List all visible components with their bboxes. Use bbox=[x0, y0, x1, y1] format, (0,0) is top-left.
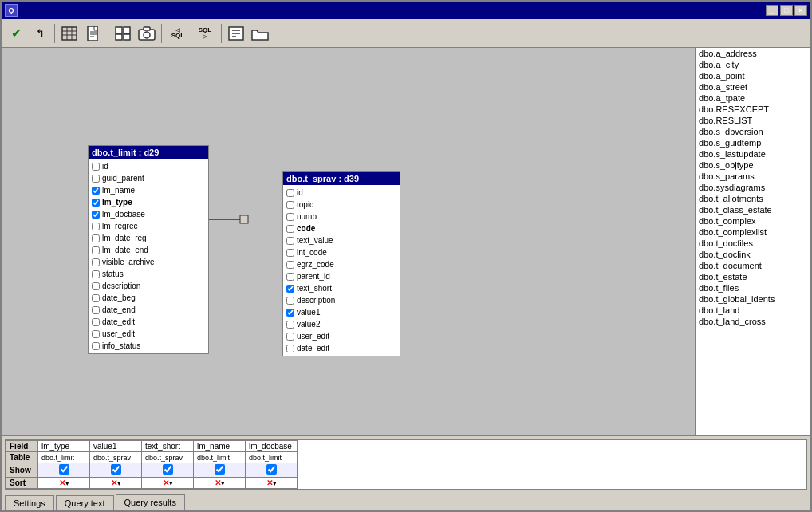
grid-cell-show[interactable] bbox=[142, 463, 194, 478]
svg-rect-9 bbox=[116, 27, 122, 33]
right-panel-item[interactable]: dbo.t_land bbox=[696, 305, 810, 316]
window-controls: _ □ × bbox=[766, 5, 807, 16]
table-row: description bbox=[283, 294, 400, 306]
right-panel-item[interactable]: dbo.t_complex bbox=[696, 215, 810, 226]
right-panel-item[interactable]: dbo.s_lastupdate bbox=[696, 148, 810, 160]
right-panel-item[interactable]: dbo.t_land_cross bbox=[696, 316, 810, 327]
right-panel-item[interactable]: dbo.a_tpate bbox=[696, 93, 810, 104]
grid-cell-field: lm_docbase bbox=[246, 441, 298, 452]
grid-cell-field: value1 bbox=[90, 441, 142, 452]
right-panel-item[interactable]: dbo.a_address bbox=[696, 48, 810, 59]
grid-cell-show[interactable] bbox=[90, 463, 142, 478]
table-row: date_edit bbox=[283, 342, 400, 354]
svg-rect-10 bbox=[124, 27, 130, 33]
grid-cell-table: dbo.t_sprav bbox=[90, 452, 142, 463]
table-row: lm_date_reg bbox=[89, 232, 208, 244]
table-row: user_edit bbox=[283, 330, 400, 342]
undo-button[interactable]: ↰ bbox=[29, 22, 51, 45]
grid-header-sort: Sort bbox=[6, 478, 38, 489]
right-panel-item[interactable]: dbo.s_guidtemp bbox=[696, 137, 810, 148]
tab-query-text[interactable]: Query text bbox=[56, 495, 114, 510]
tab-settings[interactable]: Settings bbox=[5, 495, 54, 510]
right-panel-item[interactable]: dbo.t_document bbox=[696, 260, 810, 271]
grid-cell-sort[interactable]: ✕▾ bbox=[38, 478, 90, 489]
svg-rect-12 bbox=[124, 34, 130, 40]
right-panel-item[interactable]: dbo.RESLIST bbox=[696, 115, 810, 126]
table-row: info_status bbox=[89, 340, 208, 352]
right-panel-item[interactable]: dbo.t_docfiles bbox=[696, 238, 810, 249]
titlebar: Q _ □ × bbox=[2, 2, 810, 19]
sql2-button[interactable]: SQL ▷ bbox=[192, 22, 218, 45]
maximize-button[interactable]: □ bbox=[780, 5, 793, 16]
table-row: text_value bbox=[283, 234, 400, 246]
right-panel-item[interactable]: dbo.a_street bbox=[696, 81, 810, 93]
grid-header-show: Show bbox=[6, 463, 38, 478]
canvas-area: dbo.t_limit : d29 idguid_parentlm_namelm… bbox=[2, 48, 695, 435]
svg-rect-0 bbox=[62, 27, 77, 40]
minimize-button[interactable]: _ bbox=[766, 5, 778, 16]
view-button[interactable] bbox=[112, 22, 134, 45]
camera-button[interactable] bbox=[136, 22, 158, 45]
table-row: lm_type bbox=[89, 196, 208, 208]
right-panel-item[interactable]: dbo.t_allotments bbox=[696, 193, 810, 204]
table-t-limit-body: idguid_parentlm_namelm_typelm_docbaselm_… bbox=[89, 159, 208, 353]
right-panel-item[interactable]: dbo.t_global_idents bbox=[696, 293, 810, 305]
table-button[interactable] bbox=[58, 22, 81, 45]
table-row: user_edit bbox=[89, 328, 208, 340]
right-panel-item[interactable]: dbo.s_objtype bbox=[696, 160, 810, 171]
table-row: lm_name bbox=[89, 184, 208, 196]
bottom-section: Fieldlm_typevalue1text_shortlm_namelm_do… bbox=[2, 435, 810, 510]
svg-rect-15 bbox=[144, 27, 150, 30]
open-button[interactable] bbox=[249, 22, 271, 45]
table-row: date_edit bbox=[89, 316, 208, 328]
right-panel-item[interactable]: dbo.a_point bbox=[696, 70, 810, 81]
right-panel-item[interactable]: dbo.t_class_estate bbox=[696, 204, 810, 215]
table-t-sprav-body: idtopicnumbcodetext_valueint_codeegrz_co… bbox=[283, 185, 400, 356]
table-row: visible_archive bbox=[89, 256, 208, 268]
grid-cell-show[interactable] bbox=[246, 463, 298, 478]
right-panel-item[interactable]: dbo.sysdiagrams bbox=[696, 182, 810, 193]
grid-header-table: Table bbox=[6, 452, 38, 463]
table-row: parent_id bbox=[283, 270, 400, 282]
grid-cell-field: text_short bbox=[142, 441, 194, 452]
right-panel-item[interactable]: dbo.s_dbversion bbox=[696, 126, 810, 137]
grid-cell-table: dbo.t_limit bbox=[194, 452, 246, 463]
table-row: text_short bbox=[283, 282, 400, 294]
right-panel-item[interactable]: dbo.t_complexlist bbox=[696, 226, 810, 238]
new-button[interactable] bbox=[82, 22, 104, 45]
grid-cell-sort[interactable]: ✕▾ bbox=[194, 478, 246, 489]
right-panel-item[interactable]: dbo.a_city bbox=[696, 59, 810, 70]
svg-rect-11 bbox=[116, 34, 122, 40]
right-panel-item[interactable]: dbo.RESEXCEPT bbox=[696, 104, 810, 115]
table-row: description bbox=[89, 280, 208, 292]
grid-cell-sort[interactable]: ✕▾ bbox=[142, 478, 194, 489]
table-row: value2 bbox=[283, 318, 400, 330]
right-panel-item[interactable]: dbo.t_files bbox=[696, 282, 810, 293]
sql1-button[interactable]: ◁ SQL bbox=[165, 22, 191, 45]
grid-cell-field: lm_name bbox=[194, 441, 246, 452]
separator-3 bbox=[161, 24, 162, 43]
toolbar: ✔ ↰ ◁ SQL SQL ▷ bbox=[2, 19, 810, 48]
grid-cell-show[interactable] bbox=[38, 463, 90, 478]
grid-cell-sort[interactable]: ✕▾ bbox=[90, 478, 142, 489]
separator-2 bbox=[108, 24, 108, 43]
grid-cell-sort[interactable]: ✕▾ bbox=[246, 478, 298, 489]
table-row: lm_docbase bbox=[89, 208, 208, 220]
tab-bar: SettingsQuery textQuery results bbox=[2, 491, 810, 510]
run-button[interactable] bbox=[225, 22, 247, 45]
grid-cell-show[interactable] bbox=[194, 463, 246, 478]
grid-table: Fieldlm_typevalue1text_shortlm_namelm_do… bbox=[6, 440, 298, 489]
table-t-sprav: dbo.t_sprav : d39 idtopicnumbcodetext_va… bbox=[282, 171, 400, 356]
table-row: id bbox=[283, 187, 400, 199]
close-button[interactable]: × bbox=[794, 5, 807, 16]
right-panel-item[interactable]: dbo.s_params bbox=[696, 171, 810, 182]
right-panel-item[interactable]: dbo.t_estate bbox=[696, 271, 810, 282]
right-panel-item[interactable]: dbo.t_doclink bbox=[696, 249, 810, 260]
table-row: status bbox=[89, 268, 208, 280]
tab-query-results[interactable]: Query results bbox=[116, 494, 185, 510]
table-row: date_end bbox=[89, 304, 208, 316]
table-row: guid_parent bbox=[89, 172, 208, 184]
grid-cell-field: lm_type bbox=[38, 441, 90, 452]
table-row: numb bbox=[283, 211, 400, 223]
check-button[interactable]: ✔ bbox=[5, 22, 27, 45]
